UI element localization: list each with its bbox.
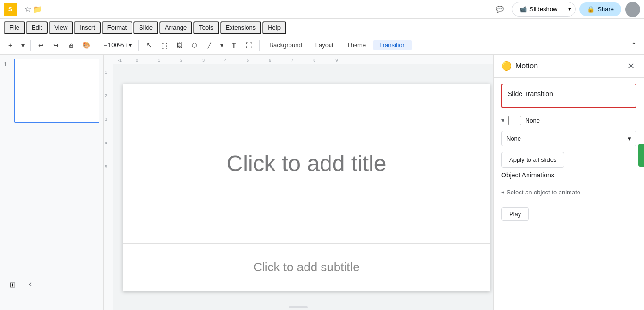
present-label: Slideshow <box>529 6 557 13</box>
redo-button[interactable]: ↪ <box>50 39 63 52</box>
transition-preview: ▾ None <box>501 116 636 125</box>
motion-panel: 🟡 Motion ✕ Slide Transition ▾ None None <box>493 55 644 310</box>
menu-format[interactable]: Format <box>102 21 132 34</box>
shape-tool[interactable]: ⬡ <box>188 39 201 52</box>
layout-tab[interactable]: Layout <box>310 40 339 50</box>
slides-panel: 1 ⊞ ‹ <box>0 55 104 310</box>
zoom-in-icon: + <box>124 42 128 49</box>
present-caret-icon: ▾ <box>568 6 571 13</box>
dropdown-arrow-icon: ▾ <box>628 135 631 142</box>
grid-view-button[interactable]: ⊞ <box>6 278 19 291</box>
expand-tool[interactable]: ⛶ <box>242 39 256 52</box>
undo-button[interactable]: ↩ <box>34 39 48 52</box>
main-area: 1 ⊞ ‹ -1 0 1 2 3 4 5 6 7 8 9 <box>0 55 644 310</box>
menu-help[interactable]: Help <box>262 21 286 34</box>
add-caret[interactable]: ▾ <box>19 39 26 52</box>
slide-item-1[interactable]: 1 <box>4 59 99 123</box>
separator-3 <box>138 40 139 51</box>
collapse-panel-button[interactable]: ‹ <box>25 278 36 289</box>
present-icon: 📹 <box>519 6 527 13</box>
menu-insert[interactable]: Insert <box>74 21 101 34</box>
menu-slide[interactable]: Slide <box>133 21 158 34</box>
slide-transition-section: Slide Transition <box>501 84 636 108</box>
canvas-area: -1 0 1 2 3 4 5 6 7 8 9 1 2 3 4 5 <box>104 55 493 310</box>
slide-subtitle-placeholder: Click to add subtitle <box>253 260 359 275</box>
star-icon[interactable]: ☆ <box>25 5 31 14</box>
separator-1 <box>30 40 31 51</box>
menu-extensions[interactable]: Extensions <box>220 21 262 34</box>
panel-close-button[interactable]: ✕ <box>625 60 636 72</box>
zoom-level: 100% <box>108 42 124 49</box>
menu-view[interactable]: View <box>49 21 73 34</box>
transition-tab[interactable]: Transition <box>373 40 412 50</box>
canvas-row: 1 2 3 4 5 Click to add title Click to ad… <box>104 64 493 310</box>
cursor-tool[interactable]: ↖ <box>142 39 156 52</box>
menu-file[interactable]: File <box>4 21 25 34</box>
menu-tools[interactable]: Tools <box>193 21 219 34</box>
add-animation-label: + Select an object to animate <box>501 189 580 196</box>
collapse-icon: ⌃ <box>631 42 636 49</box>
close-icon: ✕ <box>627 61 635 71</box>
slide-transition-label: Slide Transition <box>508 90 630 98</box>
separator-4 <box>259 40 260 51</box>
transition-expand-button[interactable]: ▾ <box>501 117 504 124</box>
object-animations-label: Object Animations <box>501 171 636 183</box>
dropdown-value: None <box>506 135 521 142</box>
collapse-toolbar-button[interactable]: ⌃ <box>627 39 640 52</box>
object-animations-section: Object Animations + Select an object to … <box>501 171 636 221</box>
title-bar: S ☆ 📁 💬 📹 Slideshow ▾ 🔒 Share <box>0 0 644 19</box>
avatar[interactable] <box>625 2 640 17</box>
motion-icon: 🟡 <box>501 61 512 71</box>
slide-thumbnail-1[interactable] <box>14 59 99 123</box>
chevron-down-icon: ▾ <box>501 117 504 124</box>
slide-canvas[interactable]: Click to add title Click to add subtitle <box>123 84 490 291</box>
slide-number-1: 1 <box>4 59 10 67</box>
paint-format-button[interactable]: 🎨 <box>80 39 93 52</box>
comment-button[interactable]: 💬 <box>491 3 508 16</box>
bottom-handle <box>289 306 308 308</box>
folder-icon[interactable]: 📁 <box>33 5 42 14</box>
apply-to-all-slides-button[interactable]: Apply to all slides <box>501 152 564 168</box>
comment-icon: 💬 <box>496 6 504 13</box>
image-tool[interactable]: 🖼 <box>173 39 186 52</box>
share-label: Share <box>597 6 614 13</box>
header-right: 💬 📹 Slideshow ▾ 🔒 Share <box>491 2 640 17</box>
toolbar: + ▾ ↩ ↪ 🖨 🎨 − 100% + ▾ ↖ ⬚ 🖼 ⬡ ╱ ▾ T ⛶ B… <box>0 36 644 55</box>
text-tool[interactable]: T <box>227 39 240 52</box>
menu-bar: File Edit View Insert Format Slide Arran… <box>0 19 644 36</box>
print-button[interactable]: 🖨 <box>65 39 78 52</box>
line-dropdown[interactable]: ▾ <box>218 39 225 52</box>
share-button[interactable]: 🔒 Share <box>579 2 621 16</box>
slide-subtitle-area[interactable]: Click to add subtitle <box>123 244 490 291</box>
zoom-dropdown-icon: ▾ <box>129 42 132 49</box>
slide-title-area[interactable]: Click to add title <box>123 84 490 244</box>
select-tool[interactable]: ⬚ <box>157 39 171 52</box>
transition-none-label: None <box>525 117 540 124</box>
background-tab[interactable]: Background <box>264 40 307 50</box>
panel-header: 🟡 Motion ✕ <box>494 55 644 78</box>
panel-title: Motion <box>515 62 625 70</box>
app-icon: S <box>4 3 17 16</box>
menu-arrange[interactable]: Arrange <box>159 21 192 34</box>
line-tool[interactable]: ╱ <box>203 39 216 52</box>
vertical-ruler: 1 2 3 4 5 <box>104 64 113 310</box>
zoom-control[interactable]: − 100% + ▾ <box>101 41 134 50</box>
add-animation-row: + Select an object to animate <box>501 189 636 196</box>
transition-dropdown[interactable]: None ▾ <box>501 131 636 146</box>
right-edge-tab[interactable] <box>638 144 644 167</box>
panel-body: Slide Transition ▾ None None ▾ Apply to … <box>494 78 644 310</box>
separator-2 <box>97 40 97 51</box>
menu-edit[interactable]: Edit <box>26 21 48 34</box>
slide-title-placeholder: Click to add title <box>227 151 387 176</box>
transition-preview-icon <box>508 116 521 125</box>
zoom-out-icon: − <box>104 42 107 49</box>
slide-canvas-wrapper[interactable]: Click to add title Click to add subtitle <box>113 64 493 310</box>
play-label: Play <box>509 210 521 218</box>
horizontal-ruler: -1 0 1 2 3 4 5 6 7 8 9 <box>104 55 493 64</box>
add-button[interactable]: + <box>4 39 17 52</box>
present-dropdown-button[interactable]: ▾ <box>564 2 576 17</box>
play-button[interactable]: Play <box>501 207 529 221</box>
theme-tab[interactable]: Theme <box>341 40 372 50</box>
apply-all-label: Apply to all slides <box>509 156 556 163</box>
present-button[interactable]: 📹 Slideshow <box>512 2 564 17</box>
